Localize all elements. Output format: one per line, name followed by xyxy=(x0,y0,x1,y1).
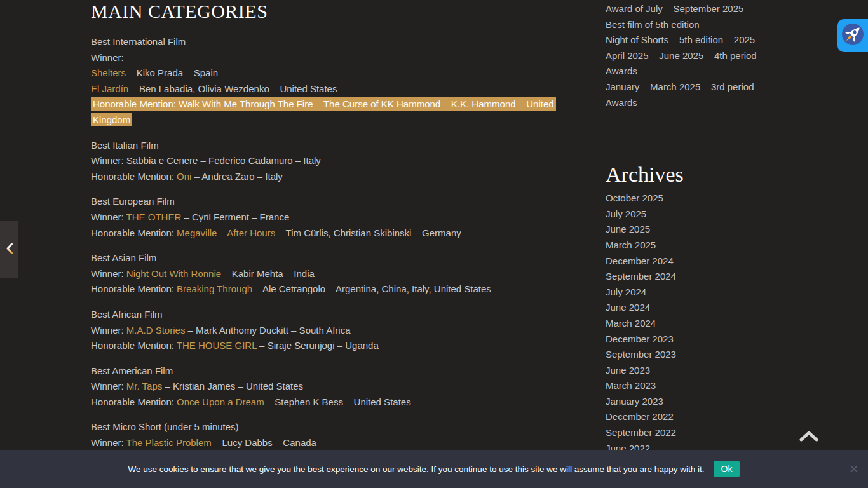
category-name: Best Micro Short (under 5 minutes) xyxy=(91,419,584,435)
chevron-up-icon xyxy=(798,435,820,445)
award-line: Winner: xyxy=(91,50,584,66)
award-section: Best Italian FilmWinner: Sabbia e Cenere… xyxy=(91,138,584,185)
award-line: Winner: Sabbia e Cenere – Federico Cadam… xyxy=(91,153,584,169)
award-text: – Andrea Zaro – Italy xyxy=(191,171,282,182)
film-title-link[interactable]: Breaking Through xyxy=(177,283,252,294)
category-name: Best International Film xyxy=(91,34,584,50)
film-title-link[interactable]: El Jardín xyxy=(91,83,128,94)
rocket-icon xyxy=(841,22,865,49)
cookie-consent-bar: We use cookies to ensure that we give yo… xyxy=(0,450,868,488)
film-title-link[interactable]: The Plastic Problem xyxy=(126,437,212,448)
award-section: Best International FilmWinner:Shelters –… xyxy=(91,34,584,128)
archive-month-link[interactable]: January 2023 xyxy=(606,394,771,410)
award-text: Winner: xyxy=(91,52,124,63)
award-section: Best Asian FilmWinner: Night Out With Ro… xyxy=(91,250,584,297)
award-line: Winner: The Plastic Problem – Lucy Dabbs… xyxy=(91,435,584,451)
award-text: Honorable Mention: xyxy=(91,396,177,407)
archive-month-link[interactable]: December 2022 xyxy=(606,409,771,425)
recent-post-link[interactable]: April 2025 – June 2025 – 4th period Awar… xyxy=(606,48,771,79)
archive-month-link[interactable]: June 2025 xyxy=(606,222,771,238)
award-text: Winner: xyxy=(91,381,126,391)
award-text: – Kabir Mehta – India xyxy=(221,268,315,279)
award-line: Honorable Mention: Walk With Me Through … xyxy=(91,97,584,128)
archive-month-link[interactable]: September 2023 xyxy=(606,347,771,363)
back-to-top-button[interactable] xyxy=(798,428,820,446)
cookie-ok-button[interactable]: Ok xyxy=(714,461,740,477)
award-text: Winner: xyxy=(91,268,126,279)
slide-panel-toggle[interactable] xyxy=(0,221,18,278)
category-name: Best Asian Film xyxy=(91,250,584,266)
award-text: – Stephen K Bess – United States xyxy=(264,396,411,407)
award-text: – Kristian James – United States xyxy=(162,381,303,391)
award-section: Best American FilmWinner: Mr. Taps – Kri… xyxy=(91,363,584,410)
category-name: Best Italian Film xyxy=(91,138,584,154)
category-name: Best African Film xyxy=(91,307,584,323)
award-text: Winner: xyxy=(91,212,126,222)
award-line: Honorable Mention: THE HOUSE GIRL – Sira… xyxy=(91,338,584,354)
highlighted-mention: Honorable Mention: Walk With Me Through … xyxy=(91,97,556,126)
sidebar: Award of July – September 2025Best film … xyxy=(606,1,771,456)
film-title-link[interactable]: THE OTHER xyxy=(126,212,182,222)
cookie-message: We use cookies to ensure that we give yo… xyxy=(128,464,705,474)
recent-post-link[interactable]: Award of July – September 2025 xyxy=(606,1,771,17)
film-title-link[interactable]: THE HOUSE GIRL xyxy=(177,340,257,351)
page-title: MAIN CATEGORIES xyxy=(91,0,584,23)
archive-month-link[interactable]: July 2025 xyxy=(606,207,771,222)
recent-post-link[interactable]: January – March 2025 – 3rd period Awards xyxy=(606,79,771,111)
archives-title: Archives xyxy=(606,160,771,189)
launcher-button[interactable] xyxy=(837,19,868,52)
award-section: Best European FilmWinner: THE OTHER – Cy… xyxy=(91,194,584,241)
award-line: Winner: THE OTHER – Cyril Ferment – Fran… xyxy=(91,210,584,226)
award-text: Honorable Mention: xyxy=(91,227,177,238)
award-line: Honorable Mention: Megaville – After Hou… xyxy=(91,226,584,241)
award-line: Winner: Mr. Taps – Kristian James – Unit… xyxy=(91,379,584,395)
award-text: – Siraje Serunjogi – Uganda xyxy=(257,340,379,351)
film-title-link[interactable]: Once Upon a Dream xyxy=(177,396,264,407)
category-name: Best European Film xyxy=(91,194,584,210)
archives-list: October 2025July 2025June 2025March 2025… xyxy=(606,191,771,456)
film-title-link[interactable]: Night Out With Ronnie xyxy=(126,268,221,279)
film-title-link[interactable]: Megaville – After Hours xyxy=(177,227,275,238)
recent-post-link[interactable]: Best film of 5th edition xyxy=(606,17,771,33)
film-title-link[interactable]: Oni xyxy=(177,171,191,182)
archive-month-link[interactable]: March 2023 xyxy=(606,378,771,394)
archive-month-link[interactable]: July 2024 xyxy=(606,285,771,301)
award-text: – Cyril Ferment – France xyxy=(181,212,289,222)
film-title-link[interactable]: M.A.D Stories xyxy=(126,325,186,336)
award-text: – Lucy Dabbs – Canada xyxy=(212,437,316,448)
award-text: – Mark Anthomy Duckitt – South Africa xyxy=(185,325,350,336)
archive-month-link[interactable]: December 2024 xyxy=(606,254,771,269)
chevron-left-icon xyxy=(6,243,13,257)
archive-month-link[interactable]: October 2025 xyxy=(606,191,771,207)
archive-month-link[interactable]: June 2024 xyxy=(606,300,771,316)
award-line: Honorable Mention: Oni – Andrea Zaro – I… xyxy=(91,169,584,185)
recent-post-link[interactable]: Night of Shorts – 5th edition – 2025 xyxy=(606,32,771,48)
recent-posts-list: Award of July – September 2025Best film … xyxy=(606,1,771,111)
film-title-link[interactable]: Mr. Taps xyxy=(126,381,162,391)
main-content: MAIN CATEGORIES Best International FilmW… xyxy=(91,0,584,461)
archive-month-link[interactable]: December 2023 xyxy=(606,332,771,348)
award-line: El Jardín – Ben Labadia, Olivia Wezdenko… xyxy=(91,81,584,97)
award-text: – Ale Cetrangolo – Argentina, China, Ita… xyxy=(252,283,491,294)
archive-month-link[interactable]: September 2022 xyxy=(606,425,771,441)
film-title-link[interactable]: Shelters xyxy=(91,67,126,78)
award-text: – Ben Labadia, Olivia Wezdenko – United … xyxy=(128,83,337,94)
award-text: Honorable Mention: xyxy=(91,340,177,351)
award-line: Winner: Night Out With Ronnie – Kabir Me… xyxy=(91,266,584,282)
archive-month-link[interactable]: March 2025 xyxy=(606,238,771,254)
archive-month-link[interactable]: March 2024 xyxy=(606,316,771,332)
archive-month-link[interactable]: June 2023 xyxy=(606,363,771,379)
award-line: Winner: M.A.D Stories – Mark Anthomy Duc… xyxy=(91,323,584,339)
award-text: – Tim Cürlis, Christian Skibinski – Germ… xyxy=(275,227,461,238)
award-text: Honorable Mention: xyxy=(91,283,177,294)
award-text: Winner: Sabbia e Cenere – Federico Cadam… xyxy=(91,155,321,166)
award-line: Shelters – Kiko Prada – Spain xyxy=(91,65,584,81)
award-section: Best Micro Short (under 5 minutes)Winner… xyxy=(91,419,584,451)
award-line: Honorable Mention: Breaking Through – Al… xyxy=(91,281,584,297)
award-section: Best African FilmWinner: M.A.D Stories –… xyxy=(91,307,584,354)
award-text: Winner: xyxy=(91,437,126,448)
awards-list: Best International FilmWinner:Shelters –… xyxy=(91,34,584,451)
cookie-close-icon[interactable]: ✕ xyxy=(849,463,859,475)
award-text: – Kiko Prada – Spain xyxy=(126,67,218,78)
archive-month-link[interactable]: September 2024 xyxy=(606,269,771,285)
